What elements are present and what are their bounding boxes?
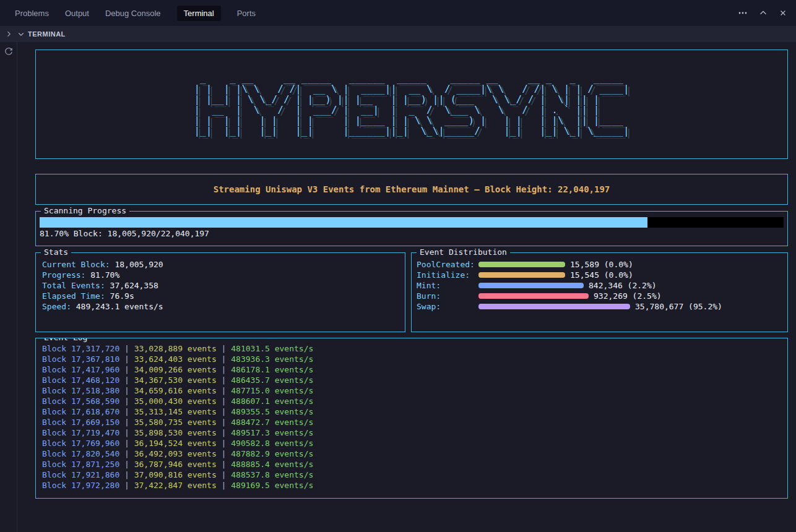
stat-row: Progress: 81.70% — [42, 270, 399, 280]
stream-info-panel: Streaming Uniswap V3 Events from Ethereu… — [35, 174, 788, 205]
event-log-row: Block 17,820,540 | 36,492,093 events | 4… — [42, 448, 781, 459]
event-log-row: Block 17,468,120 | 34,367,530 events | 4… — [42, 375, 781, 385]
distribution-bar — [478, 262, 565, 267]
panel-top-bar: ProblemsOutputDebug ConsoleTerminalPorts — [0, 0, 796, 26]
close-panel-icon[interactable] — [779, 9, 787, 17]
chevron-down-icon[interactable] — [17, 30, 25, 38]
stat-row: Speed: 489,243.1 events/s — [42, 301, 399, 312]
event-log-row: Block 17,921,860 | 37,090,816 events | 4… — [42, 470, 781, 480]
expand-panel-icon[interactable] — [0, 30, 17, 38]
scanning-progress-panel: Scanning Progress 81.70% Block: 18,005,9… — [35, 211, 788, 246]
event-log-row: Block 17,367,810 | 33,624,403 events | 4… — [42, 354, 781, 364]
event-log-row: Block 17,417,960 | 34,009,266 events | 4… — [42, 364, 781, 375]
panel-actions — [738, 8, 787, 18]
event-log-title: Event Log — [41, 338, 90, 343]
distribution-row: Mint:842,346 (2.2%) — [417, 280, 782, 291]
panel-content: _ _ __ __ _____ ______ _____ _____ __ __… — [0, 42, 796, 532]
event-log-row: Block 17,618,670 | 35,313,145 events | 4… — [42, 406, 781, 417]
tab-problems[interactable]: Problems — [15, 9, 49, 18]
tab-output[interactable]: Output — [65, 9, 89, 18]
terminal-viewport[interactable]: _ _ __ __ _____ ______ _____ _____ __ __… — [17, 42, 796, 532]
stat-row: Elapsed Time: 76.9s — [42, 291, 399, 301]
distribution-row: PoolCreated:15,589 (0.0%) — [417, 259, 782, 270]
tab-terminal[interactable]: Terminal — [177, 6, 221, 21]
stats-title: Stats — [41, 247, 71, 257]
tab-debug-console[interactable]: Debug Console — [105, 9, 161, 18]
event-log-row: Block 17,317,720 | 33,028,889 events | 4… — [42, 343, 781, 354]
event-log-rows: Block 17,317,720 | 33,028,889 events | 4… — [42, 343, 781, 491]
stats-distribution-row: Stats Current Block: 18,005,920Progress:… — [35, 252, 788, 332]
event-log-row: Block 17,518,380 | 34,659,616 events | 4… — [42, 385, 781, 396]
panel-tabs: ProblemsOutputDebug ConsoleTerminalPorts — [15, 6, 256, 21]
distribution-rows: PoolCreated:15,589 (0.0%)Initialize:15,5… — [417, 259, 782, 312]
event-log-row: Block 17,568,590 | 35,000,430 events | 4… — [42, 396, 781, 406]
terminal-header-label: TERMINAL — [28, 30, 66, 38]
stats-rows: Current Block: 18,005,920Progress: 81.70… — [42, 259, 399, 312]
event-distribution-panel: Event Distribution PoolCreated:15,589 (0… — [411, 252, 788, 332]
banner-panel: _ _ __ __ _____ ______ _____ _____ __ __… — [35, 49, 788, 159]
event-log-panel: Event Log Block 17,317,720 | 33,028,889 … — [35, 338, 788, 499]
left-rail — [0, 42, 17, 532]
sync-icon[interactable] — [4, 47, 14, 57]
event-log-row: Block 17,719,470 | 35,898,530 events | 4… — [42, 427, 781, 438]
progress-status-text: 81.70% Block: 18,005,920/22,040,197 — [40, 229, 784, 238]
distribution-bar — [478, 304, 630, 309]
stat-row: Total Events: 37,624,358 — [42, 280, 399, 291]
distribution-bar — [478, 293, 589, 299]
distribution-row: Burn:932,269 (2.5%) — [417, 291, 782, 301]
scanning-progress-title: Scanning Progress — [41, 206, 129, 216]
terminal-header-strip: TERMINAL — [0, 26, 796, 42]
maximize-panel-icon[interactable] — [759, 9, 768, 17]
distribution-bar — [478, 283, 584, 288]
event-log-row: Block 17,769,960 | 36,194,524 events | 4… — [42, 438, 781, 448]
event-log-row: Block 17,871,250 | 36,787,946 events | 4… — [42, 459, 781, 470]
stat-row: Current Block: 18,005,920 — [42, 259, 399, 270]
event-distribution-title: Event Distribution — [417, 247, 510, 257]
tab-ports[interactable]: Ports — [237, 9, 256, 18]
distribution-row: Swap:35,780,677 (95.2%) — [417, 301, 782, 312]
progress-bar-fill — [40, 217, 647, 228]
event-log-row: Block 17,669,150 | 35,580,735 events | 4… — [42, 417, 781, 427]
stream-info-text: Streaming Uniswap V3 Events from Ethereu… — [214, 184, 610, 194]
distribution-bar — [478, 272, 565, 278]
progress-bar — [40, 217, 784, 228]
distribution-row: Initialize:15,545 (0.0%) — [417, 270, 782, 280]
more-actions-icon[interactable] — [738, 8, 748, 18]
event-log-row: Block 17,972,280 | 37,422,847 events | 4… — [42, 480, 781, 491]
stats-panel: Stats Current Block: 18,005,920Progress:… — [35, 252, 405, 332]
banner-ascii: _ _ __ __ _____ ______ _____ _____ __ __… — [194, 73, 629, 136]
